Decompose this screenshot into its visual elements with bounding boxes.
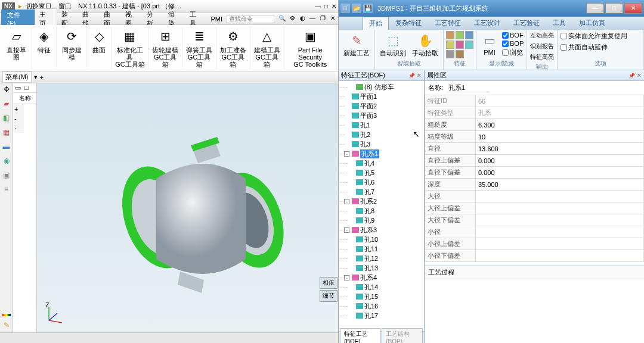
ribbon-item-0[interactable]: ▱直接草图	[1, 26, 32, 70]
tree-node[interactable]: ⋯⋯孔6	[340, 177, 423, 187]
ribbon-item-1[interactable]: ◈特征	[32, 26, 57, 70]
prop-row[interactable]: 大径	[425, 191, 644, 202]
tree-node[interactable]: ⋯孔3	[340, 139, 423, 149]
prop-row[interactable]: 特征类型孔系	[425, 107, 644, 119]
tree-node[interactable]: ⋯⋯孔12	[340, 254, 423, 263]
prop-row[interactable]: 直径上偏差0.000	[425, 155, 644, 167]
browse-checkbox[interactable]: 浏览	[501, 48, 524, 58]
toolbar-dropdown-icon[interactable]: ▾	[34, 73, 38, 81]
prop-row[interactable]: 直径13.600	[425, 143, 644, 155]
feat-btn-6[interactable]	[465, 40, 473, 49]
tool-h-icon[interactable]: ✎	[2, 321, 11, 330]
tree-node[interactable]: ⋯⋯孔16	[340, 301, 423, 311]
tree-node[interactable]: ⋯⋯孔7	[340, 187, 423, 197]
tree-node[interactable]: ⋯-孔系2	[340, 197, 423, 206]
prop-row[interactable]: 小径上偏差	[425, 238, 644, 250]
tree-node[interactable]: ⋯-孔系1	[340, 149, 423, 158]
tree-node[interactable]: ⋯⋯孔14	[340, 282, 423, 292]
ribbon-item-2[interactable]: ⟳同步建模	[57, 26, 88, 70]
qat-save-icon[interactable]: 💾	[363, 4, 373, 13]
qat-new-icon[interactable]: □	[340, 4, 350, 13]
tool-c-icon[interactable]: ▦	[2, 128, 11, 138]
feat-btn-2[interactable]	[456, 31, 464, 39]
tree-node[interactable]: ⋯⋯孔9	[340, 216, 423, 225]
cursor-tool-icon[interactable]: ✥	[2, 85, 11, 95]
prop-row[interactable]: 大径下偏差	[425, 214, 644, 226]
pin-icon[interactable]: 📌 ✕	[408, 73, 422, 79]
ribbon-item-7[interactable]: ⚙加工准备GC工具箱	[216, 26, 250, 70]
pin2-icon[interactable]: 📌 ✕	[628, 73, 642, 79]
entity-reuse-checkbox[interactable]: 实体面允许重复使用	[560, 31, 628, 41]
close2-icon[interactable]: ✕	[329, 15, 337, 23]
tool-b-icon[interactable]: ◧	[2, 114, 11, 123]
palette-icon[interactable]	[2, 314, 11, 316]
new-craft-button[interactable]: ✎新建工艺	[341, 31, 372, 59]
prop-row[interactable]: 粗糙度6.300	[425, 119, 644, 131]
mps-maximize-button[interactable]: □	[605, 3, 623, 14]
tab-tools[interactable]: 工具	[546, 16, 572, 30]
auto-recognize-button[interactable]: ⬚自动识别	[377, 31, 408, 59]
tool-f-icon[interactable]: ▣	[2, 171, 11, 180]
qat-open-icon[interactable]: 📂	[352, 4, 361, 13]
tree-tool-2[interactable]: -	[14, 115, 23, 122]
tab-design[interactable]: 工艺设计	[467, 16, 507, 30]
tab-start[interactable]: 开始	[363, 17, 389, 30]
tool-e-icon[interactable]: ◉	[2, 157, 11, 166]
tab-sim[interactable]: 加工仿真	[572, 16, 612, 30]
tree-node[interactable]: ⋯孔2	[340, 130, 423, 139]
feature-tree[interactable]: ⋯⋯(8) 仿形车⋯平面1⋯平面2⋯平面3⋯孔1⋯孔2⋯孔3⋯-孔系1⋯⋯孔4⋯…	[339, 81, 424, 331]
tree-node[interactable]: ⋯⋯孔4	[340, 158, 423, 168]
tree-tool-1[interactable]: +	[14, 105, 23, 113]
maximize-icon[interactable]: □	[324, 3, 328, 10]
tree-node[interactable]: ⋯⋯(8) 仿形车	[340, 82, 423, 92]
menu-pmi[interactable]: PMI	[206, 14, 227, 24]
prop-row[interactable]: 深度35.000	[425, 179, 644, 191]
tool-d-icon[interactable]: ▬	[2, 142, 11, 152]
tree-node[interactable]: ⋯孔1	[340, 120, 423, 130]
prop-name-input[interactable]	[448, 83, 490, 92]
feat-btn-8[interactable]	[456, 50, 464, 58]
tool-a-icon[interactable]: ▰	[2, 99, 11, 109]
restore-icon[interactable]: ❐	[318, 15, 327, 23]
ribbon-item-3[interactable]: ◇曲面	[87, 26, 112, 70]
btab-bop[interactable]: 工艺结构(BOP)	[382, 328, 423, 343]
prop-row[interactable]: 精度等级10	[425, 131, 644, 143]
ribbon-item-9[interactable]: ▣Part File SecurityGC Toolkits	[284, 26, 337, 70]
coplanar-ext-checkbox[interactable]: 共面自动延伸	[560, 42, 608, 52]
rec-report-button[interactable]: 识别报告	[530, 42, 555, 51]
tab-craft[interactable]: 工艺特征	[428, 16, 467, 30]
feat-btn-3[interactable]	[465, 31, 473, 39]
feat-btn-7[interactable]	[446, 50, 454, 58]
tree-node[interactable]: ⋯⋯孔13	[340, 263, 423, 273]
prop-row[interactable]: 直径下偏差0.000	[425, 167, 644, 179]
feat-btn-5[interactable]	[456, 40, 464, 49]
mps-minimize-button[interactable]: —	[586, 3, 604, 14]
toolbar-menu-button[interactable]: 菜单(M)	[2, 71, 32, 83]
search-input[interactable]	[227, 15, 274, 23]
side-tab-detail[interactable]: 细节	[320, 290, 338, 302]
bof-checkbox[interactable]: BOF	[501, 31, 524, 39]
nx-viewport[interactable]: 相依 细节 Z	[37, 83, 338, 332]
hi-inter-button[interactable]: 互动高亮	[530, 31, 555, 40]
tree-tool-3[interactable]: ·	[14, 124, 23, 132]
btab-bof[interactable]: 特征工艺(BOF)	[340, 328, 380, 343]
tool-g-icon[interactable]: ≡	[2, 185, 11, 195]
process-body[interactable]	[425, 279, 644, 343]
tree-node[interactable]: ⋯⋯孔5	[340, 168, 423, 177]
mps-close-button[interactable]: ✕	[624, 3, 642, 14]
toolbar-add-icon[interactable]: +	[40, 74, 44, 81]
prop-row[interactable]: 小径下偏差	[425, 250, 644, 262]
hi-feature-button[interactable]: 特征高亮	[530, 52, 555, 62]
ribbon-item-5[interactable]: ⊞齿轮建模GC工具箱	[148, 26, 182, 70]
tree-node[interactable]: ⋯⋯孔17	[340, 311, 423, 320]
gear-icon[interactable]: ⚙	[288, 15, 296, 23]
ribbon-item-8[interactable]: △建模工具GC工具箱	[250, 26, 284, 70]
tab-complex[interactable]: 复杂特征	[389, 16, 428, 30]
prop-row[interactable]: 特征ID66	[425, 95, 644, 107]
tree-tab2-icon[interactable]: □	[23, 83, 30, 92]
side-tab-depend[interactable]: 相依	[320, 277, 338, 289]
manual-pick-button[interactable]: ✋手动拾取	[410, 31, 441, 59]
tree-node[interactable]: ⋯⋯孔15	[340, 292, 423, 301]
prop-row[interactable]: 小径	[425, 226, 644, 238]
tree-node[interactable]: ⋯-孔系4	[340, 273, 423, 282]
